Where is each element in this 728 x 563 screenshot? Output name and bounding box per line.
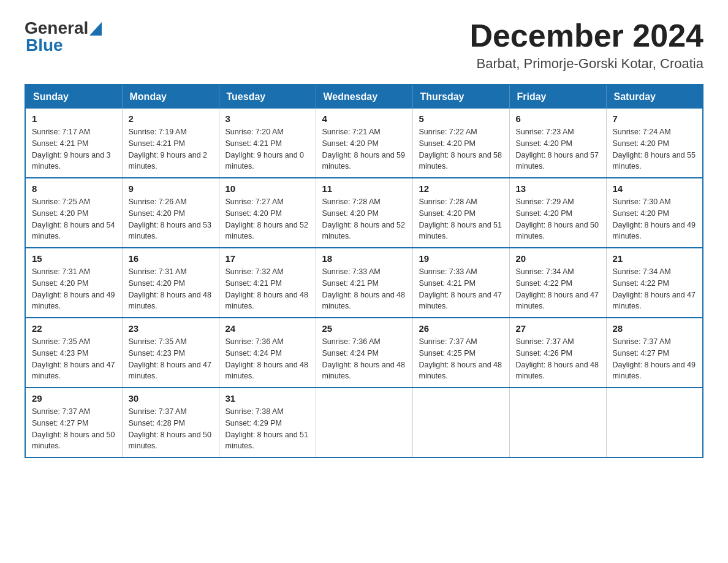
calendar-cell: 13 Sunrise: 7:29 AMSunset: 4:20 PMDaylig… [509,178,606,248]
day-number: 4 [322,113,406,124]
day-info: Sunrise: 7:37 AMSunset: 4:25 PMDaylight:… [419,336,503,382]
calendar-cell: 5 Sunrise: 7:22 AMSunset: 4:20 PMDayligh… [412,109,509,178]
calendar-cell: 4 Sunrise: 7:21 AMSunset: 4:20 PMDayligh… [316,109,412,178]
calendar-week-row: 22 Sunrise: 7:35 AMSunset: 4:23 PMDaylig… [25,318,703,388]
day-number: 5 [419,113,503,124]
calendar-cell: 18 Sunrise: 7:33 AMSunset: 4:21 PMDaylig… [316,248,412,318]
day-info: Sunrise: 7:37 AMSunset: 4:28 PMDaylight:… [129,406,213,452]
day-info: Sunrise: 7:31 AMSunset: 4:20 PMDaylight:… [32,266,116,312]
day-info: Sunrise: 7:23 AMSunset: 4:20 PMDaylight:… [516,126,600,172]
day-number: 29 [32,393,116,404]
col-header-monday: Monday [122,85,219,109]
calendar-cell: 7 Sunrise: 7:24 AMSunset: 4:20 PMDayligh… [606,109,703,178]
day-info: Sunrise: 7:28 AMSunset: 4:20 PMDaylight:… [322,196,406,242]
day-info: Sunrise: 7:36 AMSunset: 4:24 PMDaylight:… [322,336,406,382]
col-header-saturday: Saturday [606,85,703,109]
calendar-cell: 24 Sunrise: 7:36 AMSunset: 4:24 PMDaylig… [219,318,316,388]
day-info: Sunrise: 7:35 AMSunset: 4:23 PMDaylight:… [129,336,213,382]
calendar-cell: 16 Sunrise: 7:31 AMSunset: 4:20 PMDaylig… [122,248,219,318]
page-header: General Blue December 2024 Barbat, Primo… [25,18,703,72]
calendar-cell: 26 Sunrise: 7:37 AMSunset: 4:25 PMDaylig… [412,318,509,388]
day-info: Sunrise: 7:37 AMSunset: 4:27 PMDaylight:… [613,336,697,382]
calendar-cell: 30 Sunrise: 7:37 AMSunset: 4:28 PMDaylig… [122,388,219,458]
day-info: Sunrise: 7:24 AMSunset: 4:20 PMDaylight:… [613,126,697,172]
col-header-friday: Friday [509,85,606,109]
logo: General Blue [25,18,103,55]
day-number: 17 [226,253,309,264]
day-info: Sunrise: 7:34 AMSunset: 4:22 PMDaylight:… [613,266,697,312]
day-info: Sunrise: 7:38 AMSunset: 4:29 PMDaylight:… [226,406,309,452]
day-info: Sunrise: 7:17 AMSunset: 4:21 PMDaylight:… [32,126,116,172]
calendar-week-row: 8 Sunrise: 7:25 AMSunset: 4:20 PMDayligh… [25,178,703,248]
day-number: 14 [613,183,697,194]
day-info: Sunrise: 7:30 AMSunset: 4:20 PMDaylight:… [613,196,697,242]
calendar-cell: 20 Sunrise: 7:34 AMSunset: 4:22 PMDaylig… [509,248,606,318]
calendar-cell: 3 Sunrise: 7:20 AMSunset: 4:21 PMDayligh… [219,109,316,178]
col-header-thursday: Thursday [412,85,509,109]
calendar-header-row: SundayMondayTuesdayWednesdayThursdayFrid… [25,85,703,109]
day-info: Sunrise: 7:33 AMSunset: 4:21 PMDaylight:… [322,266,406,312]
day-number: 12 [419,183,503,194]
day-number: 9 [129,183,213,194]
day-info: Sunrise: 7:22 AMSunset: 4:20 PMDaylight:… [419,126,503,172]
calendar-cell [509,388,606,458]
day-info: Sunrise: 7:28 AMSunset: 4:20 PMDaylight:… [419,196,503,242]
day-number: 15 [32,253,116,264]
calendar-cell: 9 Sunrise: 7:26 AMSunset: 4:20 PMDayligh… [122,178,219,248]
day-number: 30 [129,393,213,404]
day-number: 25 [322,323,406,334]
calendar-cell: 17 Sunrise: 7:32 AMSunset: 4:21 PMDaylig… [219,248,316,318]
day-number: 24 [226,323,309,334]
day-number: 11 [322,183,406,194]
day-number: 22 [32,323,116,334]
calendar-cell: 22 Sunrise: 7:35 AMSunset: 4:23 PMDaylig… [25,318,122,388]
day-number: 1 [32,113,116,124]
day-number: 2 [129,113,213,124]
calendar-cell: 2 Sunrise: 7:19 AMSunset: 4:21 PMDayligh… [122,109,219,178]
day-info: Sunrise: 7:34 AMSunset: 4:22 PMDaylight:… [516,266,600,312]
calendar-table: SundayMondayTuesdayWednesdayThursdayFrid… [25,84,703,458]
day-number: 10 [226,183,309,194]
day-info: Sunrise: 7:26 AMSunset: 4:20 PMDaylight:… [129,196,213,242]
day-number: 13 [516,183,600,194]
day-number: 18 [322,253,406,264]
title-area: December 2024 Barbat, Primorje-Gorski Ko… [469,18,703,72]
day-number: 7 [613,113,697,124]
day-number: 31 [226,393,309,404]
calendar-cell [316,388,412,458]
day-number: 3 [226,113,309,124]
calendar-cell: 8 Sunrise: 7:25 AMSunset: 4:20 PMDayligh… [25,178,122,248]
calendar-subtitle: Barbat, Primorje-Gorski Kotar, Croatia [469,56,703,72]
day-number: 28 [613,323,697,334]
calendar-week-row: 29 Sunrise: 7:37 AMSunset: 4:27 PMDaylig… [25,388,703,458]
calendar-cell: 6 Sunrise: 7:23 AMSunset: 4:20 PMDayligh… [509,109,606,178]
day-info: Sunrise: 7:21 AMSunset: 4:20 PMDaylight:… [322,126,406,172]
day-info: Sunrise: 7:27 AMSunset: 4:20 PMDaylight:… [226,196,309,242]
day-number: 20 [516,253,600,264]
calendar-cell: 19 Sunrise: 7:33 AMSunset: 4:21 PMDaylig… [412,248,509,318]
calendar-cell: 15 Sunrise: 7:31 AMSunset: 4:20 PMDaylig… [25,248,122,318]
calendar-cell: 25 Sunrise: 7:36 AMSunset: 4:24 PMDaylig… [316,318,412,388]
calendar-cell: 29 Sunrise: 7:37 AMSunset: 4:27 PMDaylig… [25,388,122,458]
calendar-cell: 27 Sunrise: 7:37 AMSunset: 4:26 PMDaylig… [509,318,606,388]
svg-marker-0 [89,22,102,36]
calendar-cell: 10 Sunrise: 7:27 AMSunset: 4:20 PMDaylig… [219,178,316,248]
day-number: 27 [516,323,600,334]
day-info: Sunrise: 7:37 AMSunset: 4:27 PMDaylight:… [32,406,116,452]
calendar-cell: 14 Sunrise: 7:30 AMSunset: 4:20 PMDaylig… [606,178,703,248]
calendar-cell [412,388,509,458]
calendar-cell [606,388,703,458]
calendar-cell: 23 Sunrise: 7:35 AMSunset: 4:23 PMDaylig… [122,318,219,388]
calendar-cell: 12 Sunrise: 7:28 AMSunset: 4:20 PMDaylig… [412,178,509,248]
day-info: Sunrise: 7:32 AMSunset: 4:21 PMDaylight:… [226,266,309,312]
col-header-wednesday: Wednesday [316,85,412,109]
day-number: 21 [613,253,697,264]
day-number: 16 [129,253,213,264]
logo-triangle-icon [89,22,102,36]
day-info: Sunrise: 7:36 AMSunset: 4:24 PMDaylight:… [226,336,309,382]
day-number: 19 [419,253,503,264]
day-info: Sunrise: 7:25 AMSunset: 4:20 PMDaylight:… [32,196,116,242]
day-info: Sunrise: 7:20 AMSunset: 4:21 PMDaylight:… [226,126,309,172]
day-number: 6 [516,113,600,124]
calendar-title: December 2024 [469,18,703,53]
